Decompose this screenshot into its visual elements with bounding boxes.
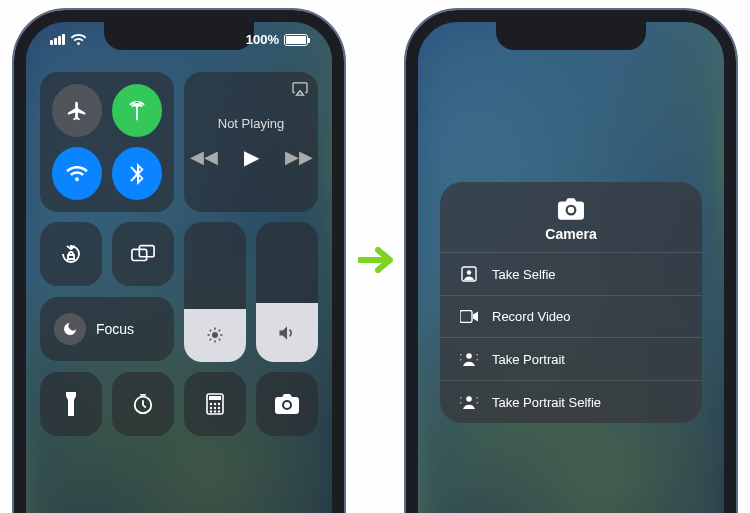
orientation-lock-icon [59, 242, 83, 266]
brightness-icon [206, 326, 224, 344]
svg-rect-26 [477, 397, 479, 399]
selfie-icon [460, 266, 478, 282]
svg-point-2 [212, 332, 218, 338]
cellular-data-toggle[interactable] [112, 84, 162, 137]
menu-title: Camera [545, 226, 596, 242]
camera-icon [275, 394, 299, 414]
svg-point-12 [210, 410, 212, 412]
svg-point-13 [214, 410, 216, 412]
portrait-icon [460, 351, 478, 367]
camera-button[interactable] [256, 372, 318, 436]
arrow-icon [358, 245, 398, 275]
media-module[interactable]: Not Playing ◀◀ ▶ ▶▶ [184, 72, 318, 212]
connectivity-module[interactable] [40, 72, 174, 212]
svg-point-7 [214, 403, 216, 405]
svg-rect-20 [460, 359, 462, 361]
bluetooth-toggle[interactable] [112, 147, 162, 200]
iphone-camera-menu: Camera Take Selfie Record Video Take Por… [406, 10, 736, 513]
menu-item-label: Take Portrait [492, 352, 565, 367]
svg-rect-24 [460, 397, 462, 399]
airplane-icon [66, 100, 88, 122]
timer-icon [132, 393, 154, 415]
menu-item-take-portrait-selfie[interactable]: Take Portrait Selfie [440, 380, 702, 423]
svg-point-8 [218, 403, 220, 405]
wifi-icon [70, 33, 87, 46]
menu-item-label: Take Selfie [492, 267, 556, 282]
airplane-mode-toggle[interactable] [52, 84, 102, 137]
battery-icon [284, 34, 308, 46]
svg-point-9 [210, 407, 212, 409]
iphone-control-center: 100% Not Playing ◀◀ [14, 10, 344, 513]
focus-label: Focus [96, 321, 134, 337]
menu-item-record-video[interactable]: Record Video [440, 295, 702, 337]
orientation-lock-toggle[interactable] [40, 222, 102, 286]
flashlight-button[interactable] [40, 372, 102, 436]
antenna-icon [126, 100, 148, 122]
svg-rect-21 [477, 354, 479, 356]
wifi-toggle[interactable] [52, 147, 102, 200]
video-icon [460, 310, 478, 323]
control-center-grid: Not Playing ◀◀ ▶ ▶▶ Focus [40, 72, 318, 436]
prev-track-button[interactable]: ◀◀ [190, 146, 218, 168]
svg-point-23 [466, 396, 472, 402]
screen-mirroring-button[interactable] [112, 222, 174, 286]
svg-point-10 [214, 407, 216, 409]
focus-icon [54, 313, 86, 345]
menu-item-label: Record Video [492, 309, 571, 324]
menu-header: Camera [440, 182, 702, 252]
next-track-button[interactable]: ▶▶ [285, 146, 313, 168]
calculator-button[interactable] [184, 372, 246, 436]
camera-icon [558, 198, 584, 220]
timer-button[interactable] [112, 372, 174, 436]
flashlight-icon [64, 392, 78, 416]
battery-percent: 100% [246, 32, 279, 47]
brightness-slider[interactable] [184, 222, 246, 362]
menu-item-take-portrait[interactable]: Take Portrait [440, 337, 702, 380]
status-bar: 100% [26, 32, 332, 47]
svg-rect-25 [460, 402, 462, 404]
svg-rect-22 [477, 359, 479, 361]
svg-point-18 [466, 353, 472, 359]
svg-point-14 [218, 410, 220, 412]
screen-mirroring-icon [131, 244, 155, 264]
focus-button[interactable]: Focus [40, 297, 174, 361]
bluetooth-icon [130, 163, 144, 185]
svg-rect-19 [460, 354, 462, 356]
cellular-signal-icon [50, 34, 65, 45]
menu-item-take-selfie[interactable]: Take Selfie [440, 252, 702, 295]
svg-point-16 [467, 270, 471, 274]
play-button[interactable]: ▶ [244, 145, 259, 169]
svg-point-6 [210, 403, 212, 405]
airplay-icon[interactable] [292, 82, 308, 96]
menu-item-label: Take Portrait Selfie [492, 395, 601, 410]
svg-rect-27 [477, 402, 479, 404]
portrait-selfie-icon [460, 394, 478, 410]
media-status-label: Not Playing [218, 116, 284, 131]
svg-rect-5 [209, 396, 221, 400]
svg-rect-17 [460, 311, 472, 323]
volume-slider[interactable] [256, 222, 318, 362]
wifi-icon [66, 166, 88, 182]
volume-icon [277, 324, 297, 342]
svg-point-11 [218, 407, 220, 409]
camera-context-menu: Camera Take Selfie Record Video Take Por… [440, 182, 702, 423]
calculator-icon [206, 393, 224, 415]
